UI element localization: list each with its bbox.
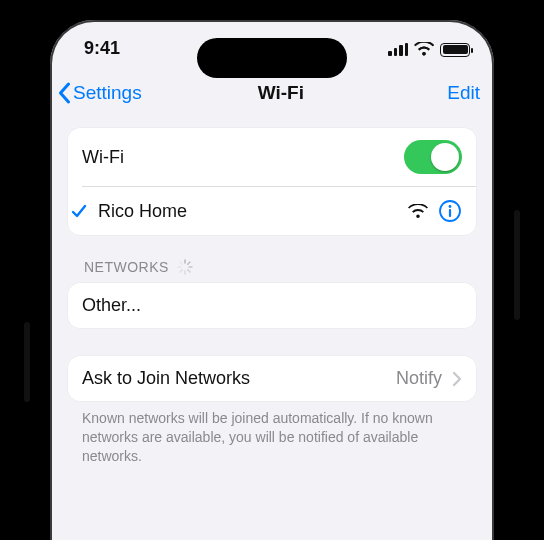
checkmark-icon [70,202,88,220]
chevron-right-icon [452,371,462,387]
other-label: Other... [82,295,141,316]
networks-group: Other... [68,283,476,328]
chevron-left-icon [58,82,71,104]
wifi-toggle-row: Wi-Fi [68,128,476,186]
wifi-status-icon [414,42,434,57]
other-network-row[interactable]: Other... [68,283,476,328]
ask-join-group: Ask to Join Networks Notify [68,356,476,401]
cellular-signal-icon [388,43,408,56]
back-button[interactable]: Settings [58,82,142,104]
ask-join-row[interactable]: Ask to Join Networks Notify [68,356,476,401]
wifi-toggle[interactable] [404,140,462,174]
connected-network-name: Rico Home [98,201,187,222]
networks-header: NETWORKS [84,259,472,275]
info-icon[interactable] [438,199,462,223]
edit-button[interactable]: Edit [420,82,480,104]
svg-line-6 [188,270,190,272]
spinner-icon [177,259,193,275]
battery-icon [440,43,470,57]
ask-join-footnote: Known networks will be joined automatica… [82,409,462,466]
page-title: Wi-Fi [142,82,420,104]
back-label: Settings [73,82,142,104]
svg-line-8 [180,270,182,272]
svg-line-10 [180,262,182,264]
ask-join-label: Ask to Join Networks [82,368,250,389]
ask-join-value: Notify [396,368,442,389]
status-time: 9:41 [84,38,120,59]
nav-bar: Settings Wi-Fi Edit [50,76,494,118]
wifi-toggle-label: Wi-Fi [82,147,124,168]
svg-rect-2 [449,209,451,217]
wifi-group: Wi-Fi Rico Home [68,128,476,235]
dynamic-island [197,38,347,78]
networks-header-label: NETWORKS [84,259,169,275]
svg-point-1 [449,205,452,208]
connected-network-row[interactable]: Rico Home [82,187,476,235]
wifi-strength-icon [408,204,428,219]
svg-line-4 [188,262,190,264]
